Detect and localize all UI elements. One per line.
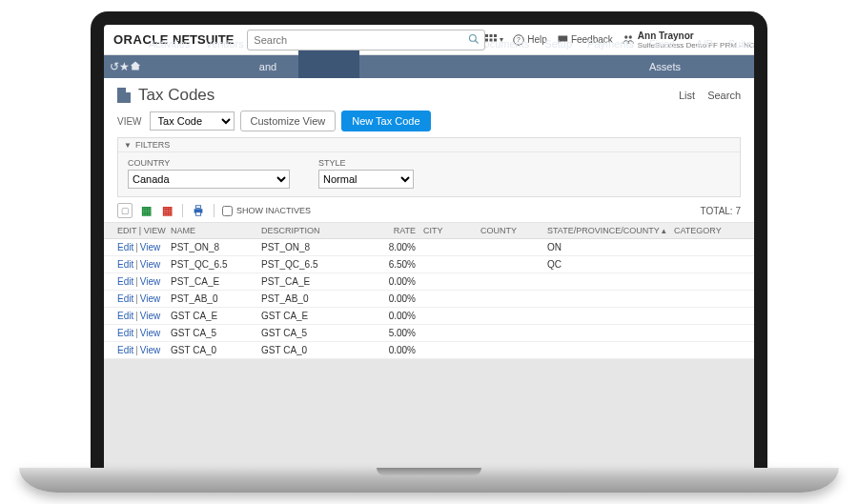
edit-link[interactable]: Edit — [117, 311, 133, 321]
cell-description: PST_CA_E — [261, 276, 376, 287]
cell-category — [674, 345, 741, 355]
excel-icon[interactable]: ▦ — [138, 203, 153, 218]
cell-rate: 6.50% — [376, 259, 423, 270]
page-title: Tax Codes — [138, 86, 669, 105]
table-row: Edit|ViewPST_CA_EPST_CA_E0.00% — [104, 273, 754, 291]
cell-city — [423, 259, 480, 270]
table-row: Edit|ViewPST_QC_6.5PST_QC_6.56.50%QC — [104, 256, 754, 273]
cell-name: GST CA_5 — [171, 328, 261, 338]
view-link[interactable]: View — [140, 345, 161, 355]
view-link[interactable]: View — [140, 276, 161, 287]
list-link[interactable]: List — [679, 90, 695, 101]
col-name[interactable]: NAME — [171, 226, 261, 235]
cell-description: GST CA_0 — [261, 345, 376, 355]
cell-city — [423, 293, 480, 304]
cell-county — [480, 242, 547, 252]
cell-rate: 0.00% — [376, 293, 423, 304]
new-tax-code-button[interactable]: New Tax Code — [341, 111, 430, 131]
edit-link[interactable]: Edit — [117, 345, 133, 355]
edit-link[interactable]: Edit — [117, 276, 133, 287]
chevron-down-icon: ▼ — [124, 141, 132, 150]
new-doc-icon[interactable]: ▢ — [117, 203, 133, 218]
search-input[interactable] — [247, 30, 485, 50]
cell-name: PST_AB_0 — [171, 293, 261, 304]
col-city[interactable]: CITY — [423, 226, 480, 235]
country-select[interactable]: Canada — [128, 170, 290, 189]
edit-link[interactable]: Edit — [117, 293, 133, 304]
cell-category — [674, 328, 741, 338]
cell-description: PST_QC_6.5 — [261, 259, 376, 270]
cell-state — [547, 311, 674, 321]
cell-state — [547, 345, 674, 355]
table-row: Edit|ViewGST CA_0GST CA_00.00% — [104, 342, 754, 359]
edit-link[interactable]: Edit — [117, 328, 133, 338]
table-row: Edit|ViewGST CA_EGST CA_E0.00% — [104, 308, 754, 325]
show-inactives-checkbox[interactable] — [222, 206, 233, 216]
cell-name: PST_QC_6.5 — [171, 259, 261, 270]
page-icon — [117, 88, 131, 103]
table-row: Edit|ViewPST_AB_0PST_AB_00.00% — [104, 291, 754, 308]
svg-rect-14 — [195, 212, 200, 216]
cell-category — [674, 242, 741, 252]
cell-rate: 0.00% — [376, 276, 423, 287]
cell-city — [423, 345, 480, 355]
cell-county — [480, 276, 547, 287]
country-label: COUNTRY — [128, 158, 290, 168]
filters-toggle[interactable]: ▼ FILTERS — [118, 138, 740, 152]
cell-rate: 8.00% — [376, 242, 423, 252]
cell-name: GST CA_E — [171, 311, 261, 321]
svg-rect-13 — [195, 206, 200, 209]
view-link[interactable]: View — [140, 328, 161, 338]
pdf-icon[interactable]: ▦ — [159, 203, 174, 218]
view-link[interactable]: View — [140, 259, 161, 270]
edit-link[interactable]: Edit — [117, 259, 133, 270]
cell-county — [480, 328, 547, 338]
cell-city — [423, 242, 480, 252]
cell-county — [480, 259, 547, 270]
view-link[interactable]: View — [140, 311, 161, 321]
print-icon[interactable] — [191, 203, 206, 218]
view-select[interactable]: Tax Code — [150, 111, 235, 131]
col-edit[interactable]: EDIT | VIEW — [117, 226, 171, 235]
cell-category — [674, 311, 741, 321]
cell-county — [480, 293, 547, 304]
filters-panel: ▼ FILTERS COUNTRY Canada STYLE Normal — [117, 137, 741, 197]
col-category[interactable]: CATEGORY — [674, 226, 741, 235]
col-state[interactable]: STATE/PROVINCE/COUNTY ▴ — [547, 226, 674, 235]
cell-category — [674, 276, 741, 287]
cell-name: PST_ON_8 — [171, 242, 261, 252]
nav-home-icon[interactable] — [130, 60, 141, 74]
customize-view-button[interactable]: Customize View — [240, 111, 337, 131]
nav-star-icon[interactable]: ★ — [119, 60, 130, 73]
cell-state: QC — [547, 259, 674, 270]
style-select[interactable]: Normal — [318, 170, 414, 189]
col-rate[interactable]: RATE — [376, 226, 423, 235]
cell-rate: 5.00% — [376, 328, 423, 338]
cell-description: PST_AB_0 — [261, 293, 376, 304]
svg-line-1 — [476, 40, 479, 43]
style-label: STYLE — [318, 158, 414, 168]
search-icon[interactable] — [468, 33, 480, 48]
cell-state: ON — [547, 242, 674, 252]
main-nav: ↺ ★ ActivitiesVendorsPayroll and HRFinan… — [104, 55, 754, 78]
search-link[interactable]: Search — [707, 90, 741, 101]
global-search[interactable] — [247, 30, 485, 50]
cell-state — [547, 328, 674, 338]
edit-link[interactable]: Edit — [117, 242, 133, 252]
tax-codes-table: EDIT | VIEW NAME DESCRIPTION RATE CITY C… — [104, 223, 754, 359]
view-link[interactable]: View — [140, 293, 161, 304]
cell-description: GST CA_5 — [261, 328, 376, 338]
cell-city — [423, 311, 480, 321]
col-county[interactable]: COUNTY — [480, 226, 547, 235]
show-inactives-toggle[interactable]: SHOW INACTIVES — [222, 206, 311, 216]
col-description[interactable]: DESCRIPTION — [261, 226, 376, 235]
cell-name: GST CA_0 — [171, 345, 261, 355]
nav-history-icon[interactable]: ↺ — [110, 60, 119, 73]
cell-rate: 0.00% — [376, 311, 423, 321]
view-label: VIEW — [117, 116, 142, 127]
cell-description: GST CA_E — [261, 311, 376, 321]
svg-point-0 — [470, 34, 477, 41]
view-link[interactable]: View — [140, 242, 161, 252]
cell-city — [423, 276, 480, 287]
cell-category — [674, 293, 741, 304]
